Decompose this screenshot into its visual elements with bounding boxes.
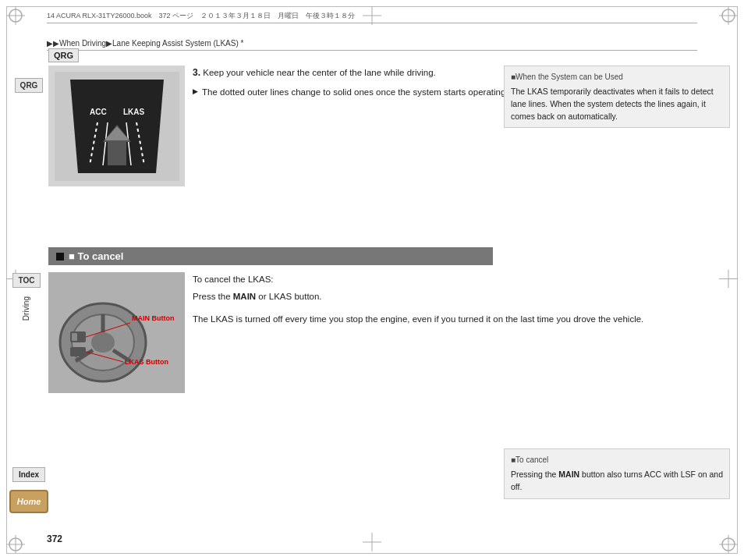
corner-mark-br	[719, 535, 738, 554]
info-box-system-use: ■When the System can be Used The LKAS te…	[504, 66, 730, 128]
info-box-cancel: ■To cancel Pressing the MAIN button also…	[504, 448, 730, 499]
file-info-text: 14 ACURA RLX-31TY26000.book 372 ページ ２０１３…	[47, 12, 355, 19]
svg-text:MAIN Button: MAIN Button	[132, 314, 174, 322]
svg-text:LKAS Button: LKAS Button	[125, 358, 168, 366]
main-bold-2: MAIN	[558, 470, 579, 479]
qrg-button[interactable]: QRG	[15, 78, 43, 93]
info-box-title: ■When the System can be Used	[511, 71, 723, 83]
corner-mark-bl	[6, 535, 25, 554]
home-label: Home	[17, 497, 41, 506]
info-box-cancel-title: ■To cancel	[511, 454, 723, 466]
lkas-svg: ACC LKAS	[55, 72, 179, 181]
cancel-text2: Press the MAIN or LKAS button.	[193, 289, 730, 303]
driving-label: Driving	[22, 296, 30, 321]
lkas-illustration: ACC LKAS	[48, 66, 185, 186]
steering-svg: MAIN Button LKAS Button	[48, 272, 185, 393]
file-info: 14 ACURA RLX-31TY26000.book 372 ページ ２０１３…	[47, 11, 697, 23]
cross-mark-bottom	[363, 533, 381, 554]
index-button[interactable]: Index	[12, 467, 45, 482]
corner-mark-tl	[6, 6, 25, 25]
cancel-text1: To cancel the LKAS:	[193, 272, 730, 286]
page-number: 372	[47, 533, 62, 544]
cancel-header: ■ To cancel	[48, 247, 493, 265]
svg-text:LKAS: LKAS	[123, 108, 145, 116]
info-box-cancel-text: Pressing the MAIN button also turns ACC …	[511, 469, 723, 494]
qrg-badge: QRG	[48, 48, 79, 62]
svg-text:ACC: ACC	[90, 108, 107, 116]
cancel-text: To cancel the LKAS: Press the MAIN or LK…	[193, 272, 730, 326]
step3-section: ACC LKAS 3. Keep your vehicle near the c…	[48, 66, 730, 222]
breadcrumb-text: ▶▶When Driving▶Lane Keeping Assist Syste…	[47, 39, 243, 48]
svg-point-33	[91, 332, 115, 353]
main-bold: MAIN	[233, 292, 256, 301]
svg-rect-40	[70, 347, 86, 356]
main-content: QRG ACC LKAS	[48, 48, 730, 529]
step-number: 3.	[193, 67, 200, 78]
step3-main-text: Keep your vehicle near the center of the…	[203, 68, 436, 77]
cancel-text3: The LKAS is turned off every time you st…	[193, 312, 730, 326]
toc-button[interactable]: TOC	[12, 273, 41, 288]
black-square-icon	[56, 253, 64, 261]
cancel-header-text: ■ To cancel	[69, 250, 123, 262]
cancel-illustration: MAIN Button LKAS Button	[48, 272, 185, 393]
home-button[interactable]: Home	[9, 490, 48, 513]
left-sidebar: QRG	[12, 78, 45, 93]
svg-rect-38	[72, 333, 77, 341]
corner-mark-tr	[719, 6, 738, 25]
cancel-section: ■ To cancel	[48, 247, 730, 265]
info-box-text: The LKAS temporarily deactivates when it…	[511, 86, 723, 122]
